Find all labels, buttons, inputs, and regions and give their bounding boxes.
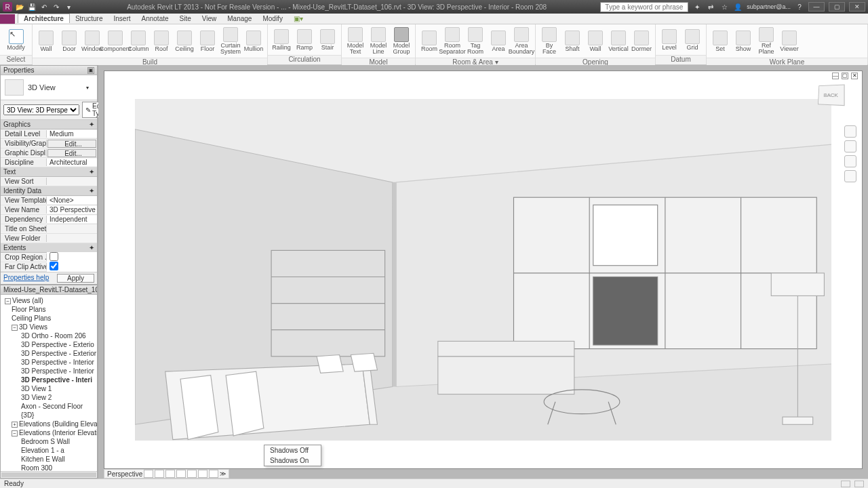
subscription-icon[interactable]: ✦	[692, 2, 702, 12]
browser-tree[interactable]: −Views (all)Floor PlansCeiling Plans−3D …	[1, 295, 97, 471]
tool-area[interactable]: Area	[488, 29, 509, 54]
tool-model-line[interactable]: Model Line	[368, 26, 389, 56]
tree-item[interactable]: 3D Ortho - Room 206	[2, 331, 96, 340]
prop-category[interactable]: Identity Data✦	[1, 186, 97, 196]
exchange-icon[interactable]: ⇄	[706, 2, 715, 12]
tool-vertical[interactable]: Vertical	[608, 29, 629, 54]
modify-tool[interactable]: ↖Modify	[3, 28, 29, 52]
prop-row[interactable]: DependencyIndependent	[1, 215, 97, 224]
tree-item[interactable]: 3D Perspective - Interior	[2, 367, 96, 375]
app-menu-icon[interactable]: R	[3, 2, 12, 12]
tool-show[interactable]: Show	[732, 29, 754, 54]
type-selector[interactable]: 3D View	[28, 83, 82, 92]
tool-ramp[interactable]: Ramp	[294, 28, 315, 52]
status-more-icon[interactable]	[854, 481, 864, 487]
zoom-icon[interactable]	[844, 155, 856, 167]
tree-toggle-icon[interactable]: −	[12, 430, 18, 436]
view-maximize-icon[interactable]: ▢	[842, 73, 848, 79]
browser-scrollbar[interactable]	[1, 471, 97, 478]
tree-item[interactable]: Ceiling Plans	[2, 314, 96, 323]
tool-curtain-system[interactable]: Curtain System	[220, 26, 241, 56]
pan-icon[interactable]	[844, 140, 856, 152]
tool-room-separator[interactable]: Room Separator	[441, 26, 463, 56]
tool-viewer[interactable]: Viewer	[778, 29, 800, 54]
tool-dormer[interactable]: Dormer	[631, 29, 652, 54]
tool-component[interactable]: Component	[104, 29, 126, 54]
apply-button[interactable]: Apply	[57, 274, 94, 283]
tree-item[interactable]: Axon - Second Floor	[2, 402, 96, 411]
tree-item[interactable]: {3D}	[2, 411, 96, 420]
prop-row[interactable]: View Template<None>	[1, 196, 97, 205]
properties-help-link[interactable]: Properties help	[3, 274, 49, 283]
tree-item[interactable]: 3D Perspective - Interior	[2, 358, 96, 367]
qat-more-icon[interactable]: ▾	[64, 2, 73, 12]
prop-row[interactable]: Title on Sheet	[1, 224, 97, 234]
tool-door[interactable]: Door	[58, 29, 80, 54]
tool-column[interactable]: Column	[127, 29, 149, 54]
orbit-icon[interactable]	[844, 170, 856, 182]
view-close-icon[interactable]: ✕	[851, 73, 858, 79]
hide-isolate-icon[interactable]	[209, 470, 218, 478]
crop-icon[interactable]	[198, 470, 208, 478]
rendering-icon[interactable]	[187, 470, 197, 478]
instance-filter[interactable]: 3D View: 3D Perspe	[3, 104, 79, 115]
help-icon[interactable]: ?	[795, 2, 804, 12]
scale-label[interactable]: Perspective	[107, 470, 142, 478]
view-minimize-icon[interactable]: —	[832, 73, 839, 79]
tree-toggle-icon[interactable]: +	[12, 422, 18, 428]
tab-view[interactable]: View	[197, 14, 222, 23]
maximize-button[interactable]: ▢	[829, 2, 845, 12]
view-canvas[interactable]: — ▢ ✕	[104, 70, 863, 469]
prop-row[interactable]: View Name3D Perspective ...	[1, 205, 97, 215]
tool-roof[interactable]: Roof	[151, 29, 172, 54]
tool-by-face[interactable]: By Face	[538, 26, 560, 56]
shadows-on-item[interactable]: Shadows On	[264, 455, 321, 466]
prop-row[interactable]: Crop Region ...	[1, 253, 97, 262]
shadows-off-item[interactable]: Shadows Off	[264, 445, 321, 455]
prop-category[interactable]: Graphics✦	[1, 120, 97, 129]
tree-item[interactable]: Kitchen E Wall	[2, 455, 96, 464]
tree-item[interactable]: 3D View 1	[2, 384, 96, 393]
tree-toggle-icon[interactable]: −	[5, 298, 11, 304]
type-dropdown-icon[interactable]: ▾	[86, 85, 93, 91]
tool-grid[interactable]: Grid	[682, 28, 703, 52]
tab-modify[interactable]: Modify	[257, 14, 288, 23]
detail-level-icon[interactable]	[144, 470, 153, 478]
favorite-icon[interactable]: ☆	[719, 2, 729, 12]
tree-toggle-icon[interactable]: −	[12, 325, 18, 331]
prop-row[interactable]: Visibility/Grap...Edit...	[1, 139, 97, 148]
tree-item[interactable]: Elevation 1 - a	[2, 446, 96, 455]
vcb-chevron-icon[interactable]: ≫	[220, 470, 226, 477]
tool-shaft[interactable]: Shaft	[561, 29, 583, 54]
tool-level[interactable]: Level	[658, 28, 680, 52]
app-logo-icon[interactable]	[0, 14, 15, 24]
close-button[interactable]: ✕	[849, 2, 865, 12]
tab-annotate[interactable]: Annotate	[136, 14, 174, 23]
filter-icon[interactable]	[841, 481, 850, 487]
help-search-input[interactable]	[600, 2, 688, 12]
tree-item[interactable]: −Elevations (Interior Elevation	[2, 428, 96, 437]
prop-row[interactable]: Detail LevelMedium	[1, 129, 97, 139]
viewcube[interactable]: BACK	[813, 81, 850, 109]
properties-close-icon[interactable]: ▣	[87, 67, 94, 74]
steering-wheel-icon[interactable]	[844, 125, 856, 138]
tool-ceiling[interactable]: Ceiling	[174, 29, 195, 54]
tool-ref-plane[interactable]: Ref Plane	[755, 26, 777, 56]
tree-item[interactable]: 3D Perspective - Exterio	[2, 340, 96, 349]
prop-row[interactable]: View Sort	[1, 177, 97, 186]
tree-item[interactable]: 3D View 2	[2, 393, 96, 402]
tree-item[interactable]: Floor Plans	[2, 305, 96, 314]
tool-tag-room[interactable]: Tag Room	[465, 26, 486, 56]
tree-item[interactable]: +Elevations (Building Elevation	[2, 420, 96, 428]
sun-path-icon[interactable]	[165, 470, 175, 478]
tool-mullion[interactable]: Mullion	[243, 29, 264, 54]
save-icon[interactable]: 💾	[27, 2, 37, 12]
tree-item[interactable]: Bedroom S Wall	[2, 437, 96, 446]
tree-item[interactable]: 3D Perspective - Interi	[2, 375, 96, 384]
prop-row[interactable]: DisciplineArchitectural	[1, 158, 97, 167]
tree-item[interactable]: Room 300	[2, 464, 96, 471]
open-icon[interactable]: 📂	[15, 2, 24, 12]
tree-item[interactable]: 3D Perspective - Exterior	[2, 349, 96, 358]
prop-row[interactable]: Far Clip Active	[1, 262, 97, 272]
prop-row[interactable]: Graphic Displ...Edit...	[1, 148, 97, 158]
